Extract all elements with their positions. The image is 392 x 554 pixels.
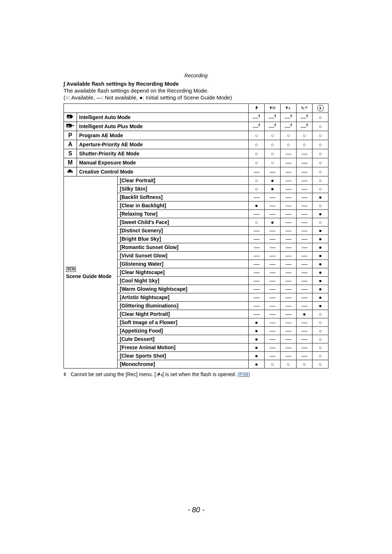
cell: [281, 352, 297, 360]
header-blank: [64, 104, 249, 113]
svg-point-13: [69, 171, 69, 172]
legend-initial-text: : Initial setting of Scene Guide Mode): [143, 94, 232, 101]
footnote-text-1: Cannot be set using the [Rec] menu. [: [70, 371, 156, 377]
cell: [265, 277, 281, 285]
cell: ●: [249, 352, 265, 360]
cell: ●: [313, 302, 328, 310]
page: Recording ∫Available flash settings by R…: [0, 0, 392, 554]
cell: [265, 293, 281, 302]
cell: [281, 201, 297, 210]
scn-icon: SCN: [66, 267, 76, 272]
footnote: ¢ Cannot be set using the [Rec] menu. [A…: [64, 371, 328, 377]
cell: [265, 352, 281, 360]
cell: ●: [265, 185, 281, 193]
scene-name: [Sweet Child's Face]: [118, 218, 249, 227]
cell: ○: [249, 185, 265, 193]
mode-icon: M: [64, 158, 77, 167]
mode-label: Shutter-Priority AE Mode: [77, 149, 249, 158]
cell: ●: [249, 335, 265, 343]
cell: ○: [313, 352, 328, 360]
cell: [265, 201, 281, 210]
cell: ●: [313, 285, 328, 293]
cell: [281, 227, 297, 235]
cell: ¢: [265, 113, 281, 122]
cell: ○: [265, 158, 281, 167]
scene-name: [Clear in Backlight]: [118, 201, 249, 210]
cell: [265, 252, 281, 260]
cell: ○: [313, 149, 328, 158]
cell: [265, 335, 281, 343]
cell: ●: [249, 201, 265, 210]
mode-icon: iA+: [64, 122, 77, 131]
svg-rect-10: [72, 125, 73, 126]
mode-icon: iA: [64, 113, 77, 122]
scene-name: [Silky Skin]: [118, 185, 249, 193]
cell: [281, 335, 297, 343]
flash-settings-table: S S iAIntelligent Auto Mode¢¢¢¢○iA+Intel…: [64, 103, 328, 368]
cell: [297, 252, 313, 260]
cell: ○: [313, 113, 328, 122]
mode-icon: A: [64, 140, 77, 149]
cell: ○: [313, 335, 328, 343]
cell: ○: [313, 131, 328, 140]
cell: [297, 201, 313, 210]
scene-name: [Artistic Nightscape]: [118, 293, 249, 302]
cell: [297, 167, 313, 176]
cell: ○: [249, 140, 265, 149]
scene-name: [Clear Sports Shot]: [118, 352, 249, 360]
scene-name: [Monochrome]: [118, 360, 249, 368]
cell: ●: [313, 210, 328, 218]
cell: [265, 210, 281, 218]
svg-point-1: [273, 107, 274, 108]
scene-name: [Cute Dessert]: [118, 335, 249, 343]
cell: ●: [313, 235, 328, 243]
scene-name: [Freeze Animal Motion]: [118, 343, 249, 352]
scene-name: [Backlit Softness]: [118, 193, 249, 201]
svg-text:iA: iA: [68, 116, 70, 118]
cell: [281, 243, 297, 252]
svg-point-5: [306, 107, 306, 108]
footnote-link[interactable]: (P39): [238, 371, 250, 377]
svg-point-15: [71, 172, 72, 172]
footnote-text-2: ] is set when the flash is opened.: [163, 371, 238, 377]
cell: ●: [297, 310, 313, 318]
cell: ¢: [281, 113, 297, 122]
mode-icon: P: [64, 131, 77, 140]
svg-point-14: [70, 170, 71, 171]
cell: [297, 158, 313, 167]
scene-name: [Clear Nightscape]: [118, 268, 249, 277]
cell: ○: [313, 218, 328, 227]
cell: ○: [265, 360, 281, 368]
cell: ○: [249, 218, 265, 227]
cell: [281, 268, 297, 277]
col-flash-redeye-icon: [265, 104, 281, 113]
cell: ●: [313, 227, 328, 235]
cell: [265, 260, 281, 268]
cell: ○: [313, 310, 328, 318]
svg-text:iA: iA: [67, 125, 70, 127]
scene-name: [Soft Image of a Flower]: [118, 318, 249, 327]
page-number: - 80 -: [0, 506, 392, 514]
col-flash-slow-icon: S: [281, 104, 297, 113]
cell: [265, 318, 281, 327]
cell: [265, 235, 281, 243]
mode-icon: S: [64, 149, 77, 158]
cell: ○: [281, 360, 297, 368]
cell: ●: [265, 176, 281, 185]
cell: ●: [313, 252, 328, 260]
col-flash-off-icon: [313, 104, 328, 113]
scene-name: [Vivid Sunset Glow]: [118, 252, 249, 260]
cell: [265, 343, 281, 352]
cell: [249, 167, 265, 176]
svg-text:S: S: [289, 106, 290, 110]
svg-text:S: S: [303, 107, 304, 110]
cell: ○: [297, 131, 313, 140]
cell: ○: [249, 131, 265, 140]
cell: [265, 302, 281, 310]
scene-guide-label: Scene Guide Mode: [66, 273, 111, 279]
cell: ●: [313, 293, 328, 302]
legend-available-symbol: ○: [65, 94, 69, 101]
cell: [281, 277, 297, 285]
scene-name: [Relaxing Tone]: [118, 210, 249, 218]
legend-initial-symbol: ●: [139, 94, 143, 101]
